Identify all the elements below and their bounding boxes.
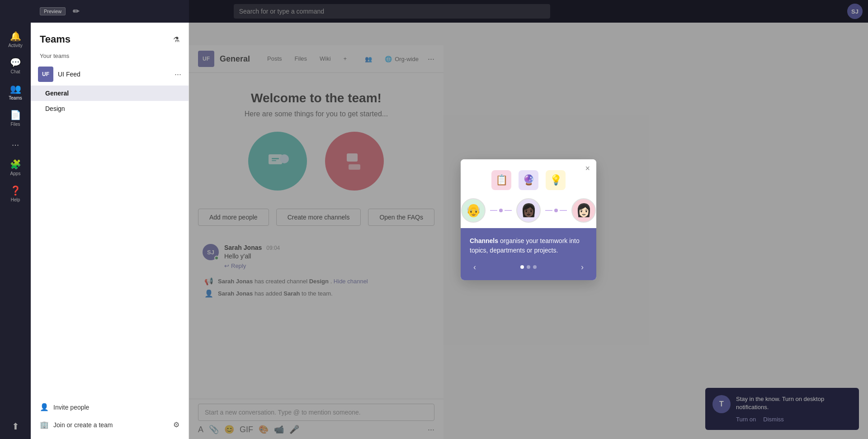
teams-icon: 👥 xyxy=(10,83,21,94)
rail-item-upload[interactable]: ⬆ xyxy=(0,417,31,435)
compose-icon[interactable]: ✏ xyxy=(69,5,83,18)
popup-next-button[interactable]: › xyxy=(577,261,587,274)
invite-people-label: Invite people xyxy=(53,404,89,411)
team-avatar-ui-feed: UF xyxy=(38,67,53,82)
teams-label: Teams xyxy=(9,95,22,100)
join-create-item[interactable]: 🏢 Join or create a team ⚙ xyxy=(40,418,179,432)
preview-badge: Preview xyxy=(40,7,66,15)
popup-text: Channels organise your teamwork into top… xyxy=(470,236,587,255)
rail-item-files[interactable]: 📄 Files xyxy=(0,106,31,130)
teams-sidebar: Teams ⚗ Your teams UF UI Feed ··· Genera… xyxy=(31,23,189,439)
popup-text-bold: Channels xyxy=(470,237,498,244)
channel-item-design[interactable]: Design xyxy=(31,101,189,116)
rail-item-teams[interactable]: 👥 Teams xyxy=(0,80,31,104)
popup-dot-2 xyxy=(527,265,530,269)
sidebar-section-label: Your teams xyxy=(31,49,189,63)
help-icon: ❓ xyxy=(10,185,21,196)
popup-avatar-1: 👴 xyxy=(461,198,486,223)
chat-icon: 💬 xyxy=(10,57,21,68)
files-icon: 📄 xyxy=(10,110,21,120)
join-create-label: Join or create a team xyxy=(53,421,113,429)
popup-body: Channels organise your teamwork into top… xyxy=(461,228,596,280)
rail-item-help[interactable]: ❓ Help xyxy=(0,181,31,206)
rail-item-activity[interactable]: 🔔 Activity xyxy=(0,27,31,52)
files-label: Files xyxy=(10,122,20,127)
popup-icon-3: 💡 xyxy=(546,170,566,190)
popup-icons-row: 📋 🔮 💡 xyxy=(491,170,566,190)
filter-icon[interactable]: ⚗ xyxy=(173,35,179,44)
popup-close-button[interactable]: × xyxy=(585,164,590,173)
invite-people-item[interactable]: 👤 Invite people xyxy=(40,400,179,414)
chat-label: Chat xyxy=(10,69,20,74)
channel-item-general[interactable]: General xyxy=(31,86,189,101)
popup-prev-button[interactable]: ‹ xyxy=(470,261,480,274)
team-item-ui-feed[interactable]: UF UI Feed ··· xyxy=(31,63,189,86)
popup-dots xyxy=(520,265,537,269)
popup-avatar-3: 👩🏻 xyxy=(571,198,596,223)
sidebar-title: Teams xyxy=(40,33,71,45)
channel-list: General Design xyxy=(31,86,189,116)
join-icon: 🏢 xyxy=(40,420,49,429)
invite-icon: 👤 xyxy=(40,403,49,411)
apps-icon: 🧩 xyxy=(10,159,21,170)
popup-overlay[interactable]: × 📋 🔮 💡 👴 👩🏿 xyxy=(189,0,868,439)
more-icon: ··· xyxy=(12,139,19,150)
rail-item-more[interactable]: ··· xyxy=(0,136,31,153)
team-more-icon[interactable]: ··· xyxy=(175,70,181,79)
popup-illustration: 📋 🔮 💡 👴 👩🏿 xyxy=(461,159,596,228)
popup-dot-1 xyxy=(520,265,524,269)
activity-icon: 🔔 xyxy=(10,31,21,42)
sidebar-header: Teams ⚗ xyxy=(31,23,189,49)
upload-icon: ⬆ xyxy=(12,421,19,432)
help-label: Help xyxy=(11,197,20,202)
popup-avatars-row: 👴 👩🏿 👩🏻 xyxy=(461,198,596,223)
team-name-ui-feed: UI Feed xyxy=(58,71,170,78)
channels-popup: × 📋 🔮 💡 👴 👩🏿 xyxy=(461,159,596,280)
rail-item-apps[interactable]: 🧩 Apps xyxy=(0,155,31,180)
sidebar-footer: 👤 Invite people 🏢 Join or create a team … xyxy=(31,393,189,439)
popup-avatar-2: 👩🏿 xyxy=(516,198,541,223)
apps-label: Apps xyxy=(10,171,21,176)
popup-dot-3 xyxy=(533,265,537,269)
popup-nav: ‹ › xyxy=(470,261,587,274)
rail-item-chat[interactable]: 💬 Chat xyxy=(0,53,31,78)
activity-label: Activity xyxy=(8,43,23,48)
left-rail: 🔔 Activity 💬 Chat 👥 Teams 📄 Files ··· 🧩 … xyxy=(0,23,31,439)
popup-icon-1: 📋 xyxy=(491,170,511,190)
popup-icon-2: 🔮 xyxy=(519,170,538,190)
settings-gear-icon[interactable]: ⚙ xyxy=(173,420,179,429)
